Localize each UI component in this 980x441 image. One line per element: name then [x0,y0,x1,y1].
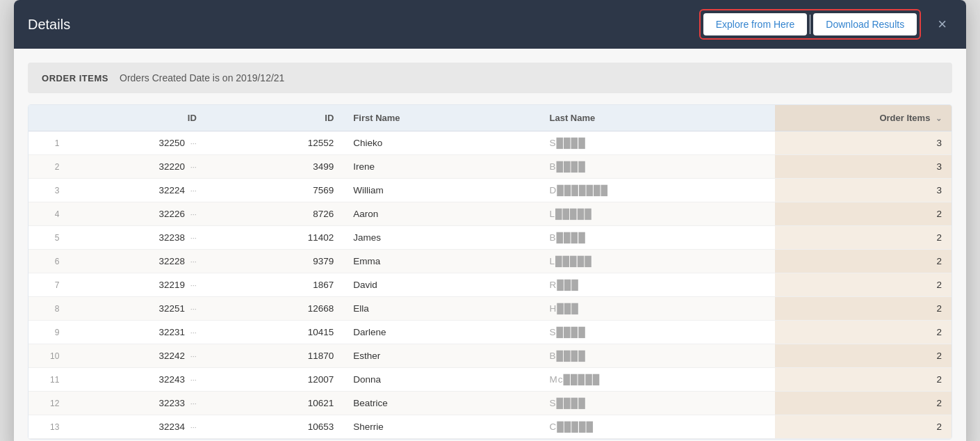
cell-order-items: 3 [775,179,952,202]
dots-icon: ··· [190,328,197,337]
cell-firstname: Aaron [343,202,539,226]
cell-lastname: H███ [539,297,775,321]
cell-firstname: David [343,273,539,297]
cell-lastname: S████ [539,131,775,155]
cell-id2: 12007 [206,368,344,392]
blurred-lastname: C█████ [549,422,594,432]
table-row: 232220 ···3499IreneB████3 [28,155,952,179]
cell-lastname: D███████ [539,179,775,202]
blurred-lastname: Mc█████ [549,374,600,385]
cell-id1: 32233 ··· [69,392,206,415]
cell-firstname: William [343,179,539,202]
blurred-lastname: B████ [549,351,585,361]
cell-row-num: 10 [28,344,69,368]
cell-id1: 32219 ··· [69,273,206,297]
dots-icon: ··· [190,210,197,218]
blurred-lastname: S████ [549,398,585,408]
table-row: 1332234 ···10653SherrieC█████2 [28,415,952,439]
cell-firstname: Beatrice [343,392,539,415]
modal-title: Details [28,17,70,33]
cell-id1: 32243 ··· [69,368,206,392]
cell-order-items: 2 [775,392,952,415]
explore-from-here-button[interactable]: Explore from Here [703,13,808,35]
blurred-lastname: D███████ [549,185,608,195]
cell-id2: 10415 [206,321,344,344]
cell-row-num: 2 [28,155,69,179]
blurred-lastname: R███ [549,280,578,290]
cell-row-num: 3 [28,179,69,202]
dots-icon: ··· [190,257,197,266]
cell-row-num: 4 [28,202,69,226]
col-header-id2[interactable]: ID [206,105,344,131]
cell-row-num: 5 [28,226,69,250]
col-header-rownum [28,105,69,131]
cell-order-items: 2 [775,344,952,368]
cell-order-items: 3 [775,131,952,155]
data-table: ID ID First Name Last Name Order Items ⌄… [28,105,952,439]
cell-firstname: Esther [343,344,539,368]
table-row: 832251 ···12668EllaH███2 [28,297,952,321]
cell-id2: 3499 [206,155,344,179]
cell-id1: 32220 ··· [69,155,206,179]
cell-id1: 32250 ··· [69,131,206,155]
cell-order-items: 2 [775,273,952,297]
cell-order-items: 2 [775,321,952,344]
blurred-lastname: L█████ [549,209,591,219]
col-header-id1[interactable]: ID [69,105,206,131]
blurred-lastname: H███ [549,303,578,314]
dots-icon: ··· [190,376,197,384]
cell-lastname: B████ [539,155,775,179]
table-row: 932231 ···10415DarleneS████2 [28,321,952,344]
sort-icon: ⌄ [936,114,942,122]
cell-id2: 10621 [206,392,344,415]
col-header-lastname[interactable]: Last Name [539,105,775,131]
cell-firstname: James [343,226,539,250]
cell-order-items: 2 [775,368,952,392]
dots-icon: ··· [190,399,197,408]
table-row: 132250 ···12552ChiekoS████3 [28,131,952,155]
table-row: 1032242 ···11870EstherB████2 [28,344,952,368]
cell-id1: 32251 ··· [69,297,206,321]
data-table-wrapper: ID ID First Name Last Name Order Items ⌄… [28,104,952,440]
close-button[interactable]: × [932,13,952,36]
cell-id2: 10653 [206,415,344,439]
cell-id1: 32224 ··· [69,179,206,202]
cell-lastname: L█████ [539,250,775,273]
cell-row-num: 11 [28,368,69,392]
cell-row-num: 13 [28,415,69,439]
cell-id2: 8726 [206,202,344,226]
cell-id2: 11402 [206,226,344,250]
cell-id2: 7569 [206,179,344,202]
cell-row-num: 1 [28,131,69,155]
table-header: ID ID First Name Last Name Order Items ⌄ [28,105,952,131]
blurred-lastname: B████ [549,232,585,243]
table-row: 332224 ···7569WilliamD███████3 [28,179,952,202]
cell-order-items: 3 [775,155,952,179]
dots-icon: ··· [190,352,197,360]
table-row: 1232233 ···10621BeatriceS████2 [28,392,952,415]
cell-id2: 9379 [206,250,344,273]
cell-id2: 11870 [206,344,344,368]
cell-id1: 32234 ··· [69,415,206,439]
cell-firstname: Ella [343,297,539,321]
blurred-lastname: S████ [549,138,585,148]
blurred-lastname: L█████ [549,256,591,266]
cell-id1: 32226 ··· [69,202,206,226]
cell-id1: 32231 ··· [69,321,206,344]
dots-icon: ··· [190,423,197,431]
cell-lastname: S████ [539,321,775,344]
cell-order-items: 2 [775,297,952,321]
download-results-button[interactable]: Download Results [813,13,917,35]
col-header-orderitems[interactable]: Order Items ⌄ [775,105,952,131]
col-header-firstname[interactable]: First Name [343,105,539,131]
cell-id2: 1867 [206,273,344,297]
cell-id1: 32242 ··· [69,344,206,368]
cell-row-num: 6 [28,250,69,273]
table-row: 632228 ···9379EmmaL█████2 [28,250,952,273]
cell-firstname: Donna [343,368,539,392]
cell-row-num: 7 [28,273,69,297]
cell-id2: 12668 [206,297,344,321]
cell-lastname: C█████ [539,415,775,439]
cell-firstname: Emma [343,250,539,273]
dots-icon: ··· [190,163,197,171]
